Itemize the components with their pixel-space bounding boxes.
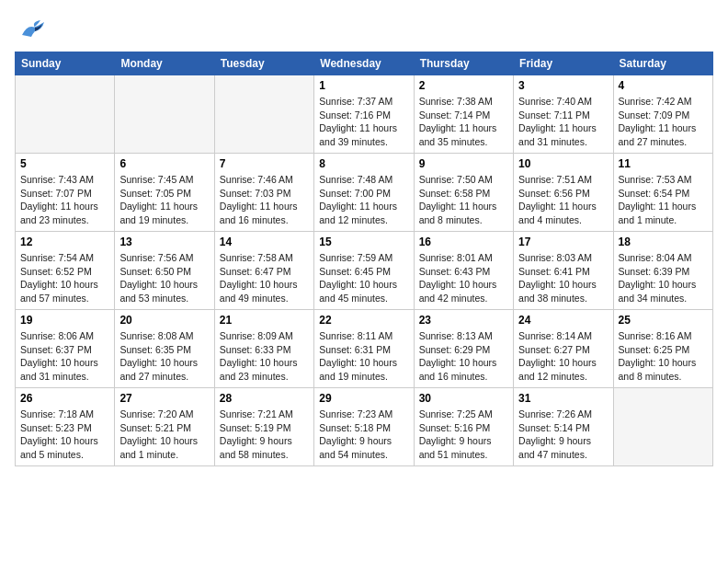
day-cell: 26Sunrise: 7:18 AM Sunset: 5:23 PM Dayli…: [16, 388, 115, 466]
day-cell: 25Sunrise: 8:16 AM Sunset: 6:25 PM Dayli…: [613, 310, 712, 388]
week-row-4: 19Sunrise: 8:06 AM Sunset: 6:37 PM Dayli…: [16, 310, 713, 388]
day-number: 5: [20, 157, 109, 170]
day-cell: 8Sunrise: 7:48 AM Sunset: 7:00 PM Daylig…: [314, 154, 414, 232]
day-number: 15: [319, 236, 408, 248]
day-info: Sunrise: 7:38 AM Sunset: 7:14 PM Dayligh…: [419, 95, 508, 149]
day-cell: 12Sunrise: 7:54 AM Sunset: 6:52 PM Dayli…: [16, 232, 115, 310]
day-info: Sunrise: 7:56 AM Sunset: 6:50 PM Dayligh…: [119, 251, 209, 305]
weekday-header-friday: Friday: [514, 52, 613, 75]
day-number: 23: [419, 314, 508, 327]
day-info: Sunrise: 7:25 AM Sunset: 5:16 PM Dayligh…: [419, 408, 508, 462]
day-cell: 5Sunrise: 7:43 AM Sunset: 7:07 PM Daylig…: [16, 154, 115, 232]
day-info: Sunrise: 8:03 AM Sunset: 6:41 PM Dayligh…: [518, 251, 608, 305]
day-cell: 13Sunrise: 7:56 AM Sunset: 6:50 PM Dayli…: [115, 232, 214, 310]
day-cell: 15Sunrise: 7:59 AM Sunset: 6:45 PM Dayli…: [314, 232, 414, 310]
day-info: Sunrise: 7:59 AM Sunset: 6:45 PM Dayligh…: [319, 251, 408, 305]
day-number: 28: [220, 392, 309, 405]
day-number: 27: [119, 392, 209, 405]
day-number: 21: [220, 314, 309, 327]
day-number: 18: [619, 236, 708, 248]
day-cell: 23Sunrise: 8:13 AM Sunset: 6:29 PM Dayli…: [414, 310, 513, 388]
day-cell: 30Sunrise: 7:25 AM Sunset: 5:16 PM Dayli…: [414, 388, 513, 466]
week-row-3: 12Sunrise: 7:54 AM Sunset: 6:52 PM Dayli…: [16, 232, 713, 310]
day-info: Sunrise: 8:16 AM Sunset: 6:25 PM Dayligh…: [619, 329, 708, 384]
day-cell: 7Sunrise: 7:46 AM Sunset: 7:03 PM Daylig…: [214, 154, 313, 232]
day-number: 13: [119, 236, 209, 248]
weekday-header-monday: Monday: [115, 52, 214, 75]
logo: [15, 15, 53, 42]
weekday-header-tuesday: Tuesday: [214, 52, 313, 75]
day-cell: 27Sunrise: 7:20 AM Sunset: 5:21 PM Dayli…: [115, 388, 214, 466]
day-cell: 21Sunrise: 8:09 AM Sunset: 6:33 PM Dayli…: [214, 310, 313, 388]
day-info: Sunrise: 7:51 AM Sunset: 6:56 PM Dayligh…: [518, 173, 608, 227]
day-info: Sunrise: 8:04 AM Sunset: 6:39 PM Dayligh…: [619, 251, 708, 305]
day-number: 16: [419, 236, 508, 248]
day-number: 20: [119, 314, 209, 327]
day-number: 22: [319, 314, 408, 327]
day-cell: 22Sunrise: 8:11 AM Sunset: 6:31 PM Dayli…: [314, 310, 414, 388]
day-info: Sunrise: 7:42 AM Sunset: 7:09 PM Dayligh…: [619, 95, 708, 149]
day-cell: 17Sunrise: 8:03 AM Sunset: 6:41 PM Dayli…: [514, 232, 613, 310]
weekday-header-sunday: Sunday: [16, 52, 115, 75]
day-number: 11: [619, 157, 708, 170]
week-row-2: 5Sunrise: 7:43 AM Sunset: 7:07 PM Daylig…: [16, 154, 713, 232]
day-number: 14: [220, 236, 309, 248]
day-cell: 31Sunrise: 7:26 AM Sunset: 5:14 PM Dayli…: [514, 388, 613, 466]
day-info: Sunrise: 7:43 AM Sunset: 7:07 PM Dayligh…: [20, 173, 109, 227]
day-number: 3: [518, 79, 608, 92]
day-info: Sunrise: 8:08 AM Sunset: 6:35 PM Dayligh…: [119, 329, 209, 384]
day-info: Sunrise: 7:58 AM Sunset: 6:47 PM Dayligh…: [220, 251, 309, 305]
day-number: 4: [619, 79, 708, 92]
day-info: Sunrise: 7:46 AM Sunset: 7:03 PM Dayligh…: [220, 173, 309, 227]
day-info: Sunrise: 7:20 AM Sunset: 5:21 PM Dayligh…: [119, 408, 209, 462]
day-number: 24: [518, 314, 608, 327]
day-number: 19: [20, 314, 109, 327]
day-number: 25: [619, 314, 708, 327]
day-cell: 16Sunrise: 8:01 AM Sunset: 6:43 PM Dayli…: [414, 232, 513, 310]
day-number: 29: [319, 392, 408, 405]
day-number: 10: [518, 157, 608, 170]
day-number: 17: [518, 236, 608, 248]
day-number: 12: [20, 236, 109, 248]
day-number: 7: [220, 157, 309, 170]
day-cell: 24Sunrise: 8:14 AM Sunset: 6:27 PM Dayli…: [514, 310, 613, 388]
weekday-header-wednesday: Wednesday: [314, 52, 414, 75]
day-cell: 20Sunrise: 8:08 AM Sunset: 6:35 PM Dayli…: [115, 310, 214, 388]
day-cell: [214, 75, 313, 154]
day-cell: 14Sunrise: 7:58 AM Sunset: 6:47 PM Dayli…: [214, 232, 313, 310]
day-number: 31: [518, 392, 608, 405]
week-row-1: 1Sunrise: 7:37 AM Sunset: 7:16 PM Daylig…: [16, 75, 713, 154]
day-cell: 10Sunrise: 7:51 AM Sunset: 6:56 PM Dayli…: [514, 154, 613, 232]
day-cell: 9Sunrise: 7:50 AM Sunset: 6:58 PM Daylig…: [414, 154, 513, 232]
day-cell: 1Sunrise: 7:37 AM Sunset: 7:16 PM Daylig…: [314, 75, 414, 154]
day-cell: 19Sunrise: 8:06 AM Sunset: 6:37 PM Dayli…: [16, 310, 115, 388]
day-cell: 29Sunrise: 7:23 AM Sunset: 5:18 PM Dayli…: [314, 388, 414, 466]
day-info: Sunrise: 8:01 AM Sunset: 6:43 PM Dayligh…: [419, 251, 508, 305]
day-cell: [613, 388, 712, 466]
day-info: Sunrise: 7:21 AM Sunset: 5:19 PM Dayligh…: [220, 408, 309, 462]
day-number: 8: [319, 157, 408, 170]
day-info: Sunrise: 7:48 AM Sunset: 7:00 PM Dayligh…: [319, 173, 408, 227]
day-cell: [115, 75, 214, 154]
day-info: Sunrise: 7:50 AM Sunset: 6:58 PM Dayligh…: [419, 173, 508, 227]
day-info: Sunrise: 8:11 AM Sunset: 6:31 PM Dayligh…: [319, 329, 408, 384]
day-number: 26: [20, 392, 109, 405]
day-number: 6: [119, 157, 209, 170]
day-cell: 18Sunrise: 8:04 AM Sunset: 6:39 PM Dayli…: [613, 232, 712, 310]
page-header: [15, 15, 713, 42]
day-info: Sunrise: 7:18 AM Sunset: 5:23 PM Dayligh…: [20, 408, 109, 462]
day-cell: 4Sunrise: 7:42 AM Sunset: 7:09 PM Daylig…: [613, 75, 712, 154]
day-info: Sunrise: 8:06 AM Sunset: 6:37 PM Dayligh…: [20, 329, 109, 384]
weekday-header-thursday: Thursday: [414, 52, 513, 75]
day-info: Sunrise: 7:26 AM Sunset: 5:14 PM Dayligh…: [518, 408, 608, 462]
week-row-5: 26Sunrise: 7:18 AM Sunset: 5:23 PM Dayli…: [16, 388, 713, 466]
day-cell: 11Sunrise: 7:53 AM Sunset: 6:54 PM Dayli…: [613, 154, 712, 232]
day-number: 1: [319, 79, 408, 92]
day-cell: 28Sunrise: 7:21 AM Sunset: 5:19 PM Dayli…: [214, 388, 313, 466]
logo-icon: [15, 15, 50, 42]
day-info: Sunrise: 7:54 AM Sunset: 6:52 PM Dayligh…: [20, 251, 109, 305]
day-info: Sunrise: 8:09 AM Sunset: 6:33 PM Dayligh…: [220, 329, 309, 384]
day-info: Sunrise: 8:13 AM Sunset: 6:29 PM Dayligh…: [419, 329, 508, 384]
day-number: 30: [419, 392, 508, 405]
day-number: 9: [419, 157, 508, 170]
